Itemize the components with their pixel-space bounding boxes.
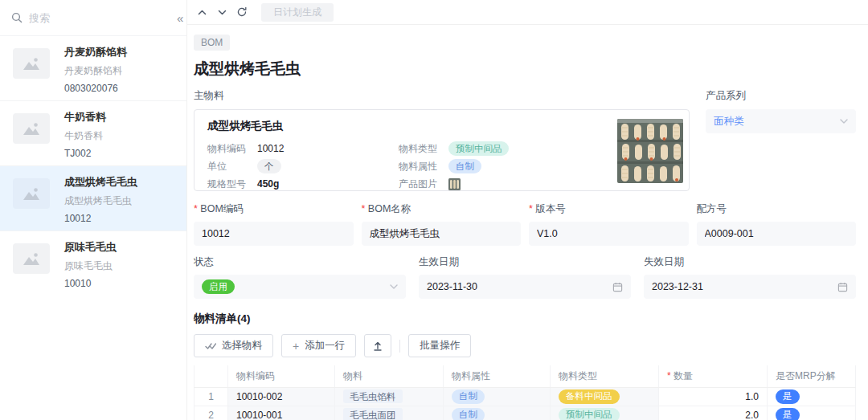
product-title: 成型烘烤毛毛虫 bbox=[64, 175, 137, 190]
status-label: 状态 bbox=[194, 255, 406, 269]
cell-mrp: 是 bbox=[768, 387, 856, 406]
chevron-up-icon[interactable] bbox=[195, 6, 208, 18]
material-name-tag[interactable]: 毛毛虫面团 bbox=[343, 408, 403, 420]
calendar-icon bbox=[612, 282, 623, 292]
image-placeholder-icon bbox=[13, 48, 50, 79]
select-material-button[interactable]: 选择物料 bbox=[194, 334, 273, 357]
calendar-icon bbox=[837, 282, 848, 292]
product-subtitle: 丹麦奶酥馅料 bbox=[64, 64, 127, 78]
image-placeholder-icon bbox=[13, 178, 50, 209]
image-placeholder-icon bbox=[13, 243, 50, 274]
bom-name-input[interactable] bbox=[362, 222, 522, 246]
sidebar-collapse-icon[interactable]: « bbox=[177, 12, 183, 24]
product-subtitle: 牛奶香料 bbox=[64, 129, 106, 143]
search-input[interactable] bbox=[29, 12, 170, 24]
col-header-attr: 物料属性 bbox=[444, 365, 551, 387]
product-series-value: 面种类 bbox=[714, 115, 744, 128]
row-index: 1 bbox=[194, 387, 228, 406]
chevron-down-icon bbox=[840, 119, 848, 124]
product-code: 10012 bbox=[64, 213, 137, 224]
cell-name: 毛毛虫馅料 bbox=[335, 387, 444, 406]
product-photo[interactable] bbox=[617, 119, 683, 183]
product-title: 丹麦奶酥馅料 bbox=[64, 45, 127, 59]
product-code: 0803020076 bbox=[64, 83, 127, 94]
product-series-select[interactable]: 面种类 bbox=[706, 109, 856, 133]
upload-icon bbox=[373, 341, 383, 351]
unit-value-pill: 个 bbox=[257, 159, 281, 173]
search-icon bbox=[11, 12, 23, 23]
formula-input[interactable] bbox=[697, 222, 857, 246]
col-header-mrp: 是否MRP分解 bbox=[768, 365, 856, 387]
main-panel: 日计划生成 BOM 成型烘烤毛毛虫 主物料 成型烘烤毛毛虫 物料编码10012 … bbox=[187, 0, 868, 420]
product-code: 10010 bbox=[64, 278, 117, 289]
chevron-down-icon[interactable] bbox=[215, 6, 228, 18]
product-code: TJ002 bbox=[64, 148, 106, 159]
bom-code-input[interactable] bbox=[194, 222, 354, 246]
batch-operation-button[interactable]: 批量操作 bbox=[408, 334, 471, 357]
type-pill: 备料中间品 bbox=[559, 389, 620, 404]
divider bbox=[399, 340, 400, 353]
cell-mrp: 是 bbox=[768, 406, 856, 420]
cell-code: 10010-001 bbox=[228, 406, 335, 420]
version-input[interactable] bbox=[529, 222, 689, 246]
product-list-item[interactable]: 丹麦奶酥馅料 丹麦奶酥馅料 0803020076 bbox=[0, 35, 186, 100]
effective-date-label: 生效日期 bbox=[419, 255, 631, 269]
col-header-code: 物料编码 bbox=[228, 365, 335, 387]
table-row: 1 10010-002 毛毛虫馅料 自制 备料中间品 1.0 是 bbox=[194, 387, 856, 406]
sidebar-search-bar: « bbox=[0, 0, 186, 35]
expire-date-label: 失效日期 bbox=[644, 255, 856, 269]
row-index: 2 bbox=[194, 406, 228, 420]
product-image-thumbnail[interactable] bbox=[448, 178, 461, 190]
material-name-tag[interactable]: 毛毛虫馅料 bbox=[343, 389, 403, 403]
cell-qty[interactable]: 1.0 bbox=[659, 387, 768, 406]
plus-icon: + bbox=[293, 340, 299, 352]
mrp-toggle[interactable]: 是 bbox=[776, 389, 800, 404]
material-list-title: 物料清单(4) bbox=[194, 312, 856, 326]
product-title: 原味毛毛虫 bbox=[64, 240, 117, 255]
top-toolbar: 日计划生成 bbox=[187, 0, 868, 25]
bom-code-label: BOM编码 bbox=[194, 202, 354, 216]
material-type-pill: 预制中间品 bbox=[448, 141, 510, 156]
status-enabled-pill: 启用 bbox=[202, 279, 235, 294]
formula-label: 配方号 bbox=[697, 202, 857, 216]
product-title: 牛奶香料 bbox=[64, 110, 106, 124]
product-subtitle: 原味毛毛虫 bbox=[64, 259, 117, 273]
material-list-actions: 选择物料 + 添加一行 批量操作 bbox=[194, 334, 856, 357]
daily-plan-generate-button[interactable]: 日计划生成 bbox=[261, 3, 334, 22]
material-attr-pill: 自制 bbox=[448, 159, 481, 173]
table-header-row: 物料编码 物料 物料属性 物料类型 数量 是否MRP分解 bbox=[194, 365, 856, 387]
spec-label: 规格型号 bbox=[207, 177, 249, 191]
version-label: 版本号 bbox=[529, 202, 689, 216]
product-list-item[interactable]: 原味毛毛虫 原味毛毛虫 10010 bbox=[0, 230, 186, 296]
bom-name-label: BOM名称 bbox=[362, 202, 522, 216]
main-material-label: 主物料 bbox=[194, 89, 690, 103]
product-list-item-selected[interactable]: 成型烘烤毛毛虫 成型烘烤毛毛虫 10012 bbox=[0, 165, 186, 230]
material-attr-label: 物料属性 bbox=[399, 160, 440, 173]
material-table: 物料编码 物料 物料属性 物料类型 数量 是否MRP分解 1 10010-002… bbox=[194, 365, 856, 420]
cell-code: 10010-002 bbox=[228, 387, 335, 406]
cell-type: 预制中间品 bbox=[551, 406, 659, 420]
cell-qty[interactable]: 2.0 bbox=[659, 406, 768, 420]
product-list-item[interactable]: 牛奶香料 牛奶香料 TJ002 bbox=[0, 100, 186, 165]
expire-date-picker[interactable]: 2023-12-31 bbox=[644, 275, 856, 299]
bom-tag: BOM bbox=[194, 35, 230, 51]
index-header bbox=[194, 365, 228, 387]
main-material-card: 成型烘烤毛毛虫 物料编码10012 单位个 规格型号450g 物料类型预制中间品… bbox=[194, 109, 690, 191]
col-header-type: 物料类型 bbox=[551, 365, 659, 387]
mrp-toggle[interactable]: 是 bbox=[776, 408, 800, 420]
col-header-name: 物料 bbox=[335, 365, 444, 387]
double-check-icon bbox=[205, 342, 216, 350]
add-row-button[interactable]: + 添加一行 bbox=[281, 334, 356, 357]
attr-pill: 自制 bbox=[452, 408, 485, 420]
effective-date-picker[interactable]: 2023-11-30 bbox=[419, 275, 631, 299]
chevron-down-icon bbox=[390, 284, 398, 289]
material-code-label: 物料编码 bbox=[207, 142, 249, 156]
unit-label: 单位 bbox=[207, 160, 249, 173]
material-type-label: 物料类型 bbox=[399, 142, 440, 156]
refresh-icon[interactable] bbox=[235, 6, 248, 18]
table-row: 2 10010-001 毛毛虫面团 自制 预制中间品 2.0 是 bbox=[194, 406, 856, 420]
status-select[interactable]: 启用 bbox=[194, 275, 406, 299]
upload-button[interactable] bbox=[364, 334, 391, 357]
cell-attr: 自制 bbox=[444, 387, 551, 406]
cell-type: 备料中间品 bbox=[551, 387, 659, 406]
